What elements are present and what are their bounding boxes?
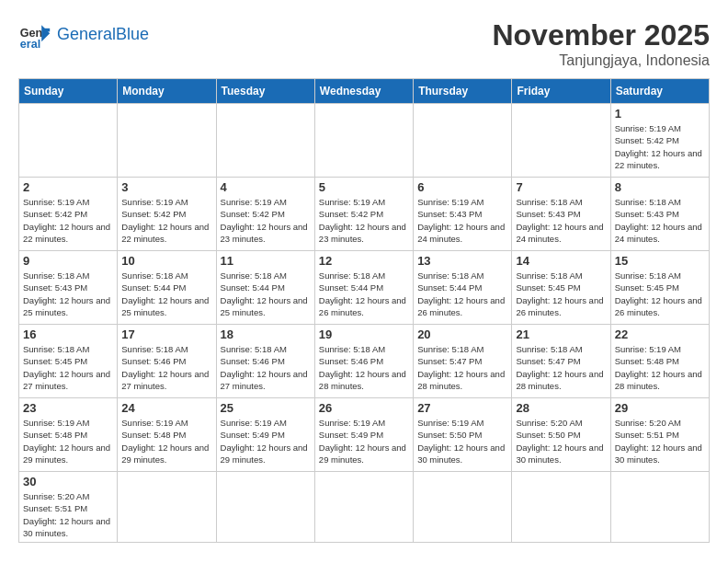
- day-30: 30 Sunrise: 5:20 AMSunset: 5:51 PMDaylig…: [19, 472, 118, 543]
- location: Tanjungjaya, Indonesia: [492, 52, 710, 69]
- day-14: 14 Sunrise: 5:18 AMSunset: 5:45 PMDaylig…: [512, 251, 610, 325]
- logo: Gen eral GeneralBlue: [18, 18, 149, 52]
- title-section: November 2025 Tanjungjaya, Indonesia: [492, 18, 710, 69]
- day-13: 13 Sunrise: 5:18 AMSunset: 5:44 PMDaylig…: [414, 251, 512, 325]
- month-title: November 2025: [492, 18, 710, 52]
- header-monday: Monday: [118, 79, 216, 104]
- empty-cell: [414, 104, 512, 178]
- day-20: 20 Sunrise: 5:18 AMSunset: 5:47 PMDaylig…: [414, 325, 512, 398]
- day-12: 12 Sunrise: 5:18 AMSunset: 5:44 PMDaylig…: [314, 251, 413, 325]
- day-4: 4 Sunrise: 5:19 AMSunset: 5:42 PMDayligh…: [216, 178, 314, 251]
- logo-blue: Blue: [116, 25, 149, 43]
- day-22: 22 Sunrise: 5:19 AMSunset: 5:48 PMDaylig…: [610, 325, 709, 398]
- empty-cell: [216, 472, 314, 543]
- calendar-row-1: 1 Sunrise: 5:19 AMSunset: 5:42 PMDayligh…: [19, 104, 710, 178]
- day-9: 9 Sunrise: 5:18 AMSunset: 5:43 PMDayligh…: [19, 251, 118, 325]
- header-tuesday: Tuesday: [216, 79, 314, 104]
- day-10: 10 Sunrise: 5:18 AMSunset: 5:44 PMDaylig…: [118, 251, 216, 325]
- empty-cell: [512, 104, 610, 178]
- empty-cell: [216, 104, 314, 178]
- calendar-row-6: 30 Sunrise: 5:20 AMSunset: 5:51 PMDaylig…: [19, 472, 710, 543]
- header-thursday: Thursday: [414, 79, 512, 104]
- header-saturday: Saturday: [610, 79, 709, 104]
- day-21: 21 Sunrise: 5:18 AMSunset: 5:47 PMDaylig…: [512, 325, 610, 398]
- day-29: 29 Sunrise: 5:20 AMSunset: 5:51 PMDaylig…: [610, 398, 709, 472]
- logo-general: General: [57, 25, 116, 43]
- day-8: 8 Sunrise: 5:18 AMSunset: 5:43 PMDayligh…: [610, 178, 709, 251]
- day-19: 19 Sunrise: 5:18 AMSunset: 5:46 PMDaylig…: [314, 325, 413, 398]
- day-25: 25 Sunrise: 5:19 AMSunset: 5:49 PMDaylig…: [216, 398, 314, 472]
- day-28: 28 Sunrise: 5:20 AMSunset: 5:50 PMDaylig…: [512, 398, 610, 472]
- weekday-header-row: Sunday Monday Tuesday Wednesday Thursday…: [19, 79, 710, 104]
- svg-rect-3: [43, 29, 50, 32]
- header-wednesday: Wednesday: [314, 79, 413, 104]
- day-6: 6 Sunrise: 5:19 AMSunset: 5:43 PMDayligh…: [414, 178, 512, 251]
- day-27: 27 Sunrise: 5:19 AMSunset: 5:50 PMDaylig…: [414, 398, 512, 472]
- empty-cell: [118, 472, 216, 543]
- empty-cell: [314, 472, 413, 543]
- svg-text:eral: eral: [20, 38, 40, 51]
- day-5: 5 Sunrise: 5:19 AMSunset: 5:42 PMDayligh…: [314, 178, 413, 251]
- day-17: 17 Sunrise: 5:18 AMSunset: 5:46 PMDaylig…: [118, 325, 216, 398]
- empty-cell: [19, 104, 118, 178]
- svg-marker-2: [41, 25, 50, 41]
- empty-cell: [118, 104, 216, 178]
- day-11: 11 Sunrise: 5:18 AMSunset: 5:44 PMDaylig…: [216, 251, 314, 325]
- day-3: 3 Sunrise: 5:19 AMSunset: 5:42 PMDayligh…: [118, 178, 216, 251]
- day-18: 18 Sunrise: 5:18 AMSunset: 5:46 PMDaylig…: [216, 325, 314, 398]
- day-16: 16 Sunrise: 5:18 AMSunset: 5:45 PMDaylig…: [19, 325, 118, 398]
- logo-icon: Gen eral: [18, 18, 51, 52]
- calendar-row-2: 2 Sunrise: 5:19 AMSunset: 5:42 PMDayligh…: [19, 178, 710, 251]
- calendar-row-3: 9 Sunrise: 5:18 AMSunset: 5:43 PMDayligh…: [19, 251, 710, 325]
- day-7: 7 Sunrise: 5:18 AMSunset: 5:43 PMDayligh…: [512, 178, 610, 251]
- day-1: 1 Sunrise: 5:19 AMSunset: 5:42 PMDayligh…: [610, 104, 709, 178]
- day-24: 24 Sunrise: 5:19 AMSunset: 5:48 PMDaylig…: [118, 398, 216, 472]
- day-26: 26 Sunrise: 5:19 AMSunset: 5:49 PMDaylig…: [314, 398, 413, 472]
- empty-cell: [610, 472, 709, 543]
- empty-cell: [414, 472, 512, 543]
- logo-text: GeneralBlue: [57, 25, 149, 45]
- header-sunday: Sunday: [19, 79, 118, 104]
- calendar-row-5: 23 Sunrise: 5:19 AMSunset: 5:48 PMDaylig…: [19, 398, 710, 472]
- empty-cell: [512, 472, 610, 543]
- header-friday: Friday: [512, 79, 610, 104]
- day-23: 23 Sunrise: 5:19 AMSunset: 5:48 PMDaylig…: [19, 398, 118, 472]
- page-header: Gen eral GeneralBlue November 2025 Tanju…: [18, 18, 710, 69]
- empty-cell: [314, 104, 413, 178]
- day-2: 2 Sunrise: 5:19 AMSunset: 5:42 PMDayligh…: [19, 178, 118, 251]
- calendar-row-4: 16 Sunrise: 5:18 AMSunset: 5:45 PMDaylig…: [19, 325, 710, 398]
- day-15: 15 Sunrise: 5:18 AMSunset: 5:45 PMDaylig…: [610, 251, 709, 325]
- calendar-table: Sunday Monday Tuesday Wednesday Thursday…: [18, 78, 710, 543]
